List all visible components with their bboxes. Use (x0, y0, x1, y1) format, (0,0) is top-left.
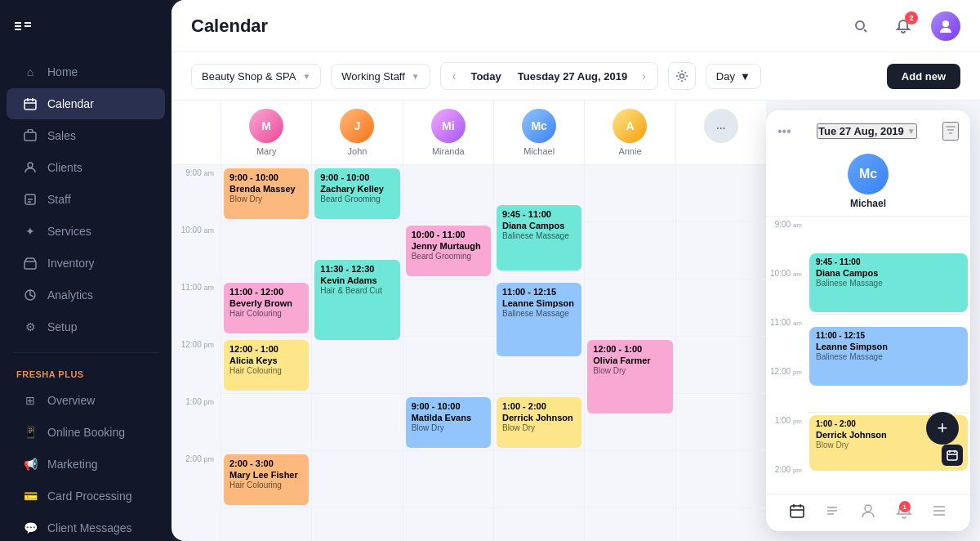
event-kevin-adams[interactable]: 11:30 - 12:30 Kevin Adams Hair & Beard C… (314, 260, 399, 340)
sidebar-item-label: Sales (47, 129, 76, 142)
mobile-footer-clients[interactable] (860, 503, 876, 523)
event-derrick-johnson[interactable]: 1:00 - 2:00 Derrick Johnson Blow Dry (497, 397, 581, 448)
event-zachary-kelley[interactable]: 9:00 - 10:00 Zachary Kelley Beard Groomi… (314, 168, 399, 219)
event-olivia-farmer[interactable]: 12:00 - 1:00 Olivia Farmer Blow Dry (587, 340, 672, 414)
avatar-mary: M (249, 109, 283, 143)
fresha-plus-label: FRESHA PLUS (0, 363, 172, 384)
user-avatar[interactable] (931, 11, 960, 41)
sidebar-item-calendar[interactable]: Calendar (7, 88, 165, 119)
svg-rect-4 (24, 25, 31, 27)
calendar-grid: 9:00 am 10:00 am 11:00 am 12:00 pm 1:00 … (172, 165, 766, 541)
mobile-event-leanne-simpson[interactable]: 11:00 - 12:15 Leanne Simpson Balinese Ma… (809, 327, 968, 386)
sidebar-item-clients[interactable]: Clients (7, 152, 165, 183)
sidebar-item-label: Online Booking (47, 426, 125, 439)
staff-col-michael: Mc Michael (493, 101, 584, 164)
mobile-event-diana-campos[interactable]: 9:45 - 11:00 Diana Campos Balinese Massa… (809, 253, 968, 312)
mobile-footer-notifications[interactable]: 1 (896, 503, 912, 523)
calendar-settings-button[interactable] (668, 62, 696, 90)
sidebar-nav: ⌂ Home Calendar Sales Clients Staff (0, 56, 172, 541)
sidebar-item-client-messages[interactable]: 💬 Client Messages (7, 512, 165, 541)
card-processing-icon: 💳 (23, 489, 38, 503)
mobile-filter-button[interactable] (942, 122, 959, 141)
sidebar-item-services[interactable]: ✦ Services (7, 216, 165, 247)
avatar-more: … (704, 109, 738, 143)
grid-columns: 9:00 - 10:00 Brenda Massey Blow Dry 11:0… (220, 165, 766, 541)
sidebar-item-marketing[interactable]: 📢 Marketing (7, 449, 165, 480)
mobile-time-12pm: 12:00 pm (766, 364, 807, 413)
svg-rect-0 (15, 22, 21, 24)
sidebar-item-staff[interactable]: Staff (7, 184, 165, 215)
svg-rect-1 (15, 25, 21, 27)
sidebar-logo (0, 13, 172, 56)
calendar-footer-icon (789, 503, 805, 523)
add-new-button[interactable]: Add new (887, 64, 960, 89)
sidebar-item-home[interactable]: ⌂ Home (7, 56, 165, 87)
sidebar-item-card-processing[interactable]: 💳 Card Processing (7, 481, 165, 512)
avatar-michael: Mc (522, 109, 556, 143)
time-slot-9am: 9:00 am (172, 165, 220, 222)
sidebar-item-label: Card Processing (47, 490, 132, 503)
event-jenny-murtaugh[interactable]: 10:00 - 11:00 Jenny Murtaugh Beard Groom… (406, 226, 491, 276)
sidebar-item-inventory[interactable]: Inventory (7, 248, 165, 279)
staff-name-mary: Mary (256, 146, 276, 156)
avatar-miranda: Mi (431, 109, 466, 143)
sidebar-item-label: Marketing (47, 458, 97, 471)
grid-col-mary: 9:00 - 10:00 Brenda Massey Blow Dry 11:0… (220, 165, 311, 541)
staff-select[interactable]: Working Staff ▼ (331, 64, 430, 89)
mobile-footer-calendar[interactable] (789, 503, 805, 523)
client-messages-icon: 💬 (23, 521, 38, 535)
staff-name-michael: Michael (523, 146, 555, 156)
mobile-footer-menu[interactable] (931, 503, 947, 523)
time-slot-2pm: 2:00 pm (172, 451, 220, 508)
mobile-staff-name: Michael (850, 198, 886, 209)
time-gutter-header (172, 101, 220, 164)
sidebar-item-analytics[interactable]: Analytics (7, 279, 165, 311)
sidebar-item-label: Analytics (47, 288, 93, 302)
event-brenda-massey[interactable]: 9:00 - 10:00 Brenda Massey Blow Dry (224, 168, 309, 219)
add-appointment-fab[interactable]: + (926, 412, 959, 445)
notifications-button[interactable]: 2 (889, 11, 918, 41)
mobile-date-label: Tue 27 Aug, 2019 (818, 125, 904, 137)
mobile-time-column: 9:00 am 10:00 am 11:00 am 12:00 pm 1:00 … (766, 217, 807, 494)
list-footer-icon (824, 503, 840, 523)
sidebar-item-sales[interactable]: Sales (7, 120, 165, 151)
sidebar-item-setup[interactable]: ⚙ Setup (7, 311, 165, 342)
mobile-footer-list[interactable] (824, 503, 840, 523)
sidebar-item-overview[interactable]: ⊞ Overview (7, 385, 165, 416)
overview-icon: ⊞ (23, 393, 38, 408)
appointment-icon (942, 445, 963, 466)
staff-col-annie: A Annie (584, 101, 675, 164)
search-button[interactable] (846, 11, 875, 41)
time-slot-1pm: 1:00 pm (172, 394, 220, 451)
prev-date-button[interactable]: ‹ (448, 66, 461, 86)
sidebar-item-label: Staff (47, 193, 71, 206)
grid-col-miranda: 10:00 - 11:00 Jenny Murtaugh Beard Groom… (403, 165, 493, 541)
mobile-time-1pm: 1:00 pm (766, 413, 807, 462)
next-date-button[interactable]: › (637, 66, 651, 86)
avatar-john: J (340, 109, 374, 143)
svg-rect-2 (15, 29, 21, 30)
event-matilda-evans[interactable]: 9:00 - 10:00 Matilda Evans Blow Dry (406, 397, 491, 448)
mobile-menu-dots[interactable]: ••• (777, 124, 791, 139)
sales-icon (23, 128, 38, 143)
shop-select[interactable]: Beauty Shop & SPA ▼ (191, 64, 321, 89)
chevron-down-icon: ▼ (907, 127, 915, 136)
clients-icon (23, 160, 38, 175)
event-alicia-keys[interactable]: 12:00 - 1:00 Alicia Keys Hair Colouring (224, 340, 309, 391)
time-slot-10am: 10:00 am (172, 222, 220, 279)
event-diana-campos[interactable]: 9:45 - 11:00 Diana Campos Balinese Massa… (497, 205, 581, 270)
services-icon: ✦ (23, 224, 38, 239)
event-leanne-simpson[interactable]: 11:00 - 12:15 Leanne Simpson Balinese Ma… (497, 283, 581, 356)
view-select[interactable]: Day ▼ (706, 64, 761, 89)
today-button[interactable]: Today (464, 67, 507, 86)
svg-point-7 (28, 163, 33, 168)
staff-header: M Mary J John Mi Miranda Mc Michael (172, 101, 766, 165)
event-beverly-brown[interactable]: 11:00 - 12:00 Beverly Brown Hair Colouri… (224, 283, 309, 333)
event-mary-lee-fisher[interactable]: 2:00 - 3:00 Mary Lee Fisher Hair Colouri… (224, 454, 309, 505)
mobile-date-selector[interactable]: Tue 27 Aug, 2019 ▼ (817, 123, 917, 139)
view-select-label: Day (716, 70, 735, 83)
staff-select-label: Working Staff (341, 70, 405, 83)
mobile-staff-avatar: Mc (848, 154, 889, 194)
mobile-detail-panel: ••• Tue 27 Aug, 2019 ▼ Mc Michael 9:00 a… (766, 110, 970, 531)
sidebar-item-online-booking[interactable]: 📱 Online Booking (7, 417, 165, 448)
